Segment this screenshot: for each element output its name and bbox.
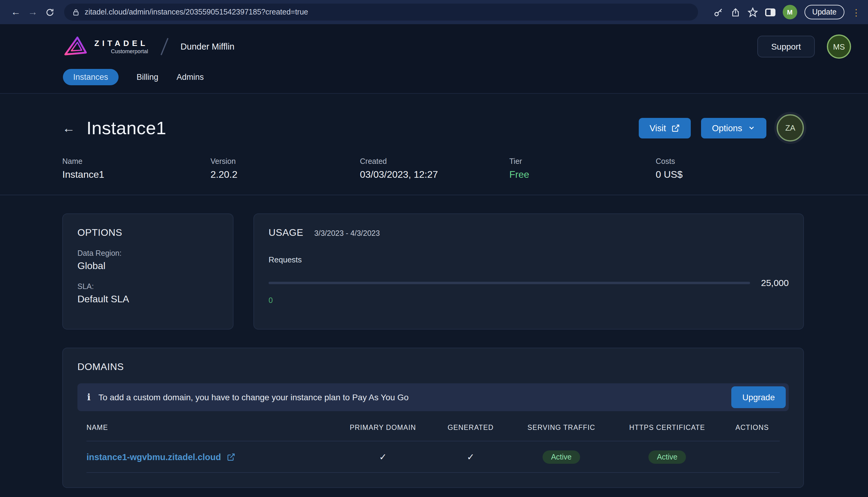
- bookmark-star-icon[interactable]: [747, 7, 758, 17]
- lock-icon: [73, 8, 79, 16]
- meta-tier: Tier Free: [509, 157, 656, 180]
- title-actions: Visit Options ZA: [639, 114, 804, 141]
- meta-name: Name Instance1: [62, 157, 210, 180]
- requests-label: Requests: [269, 255, 789, 264]
- password-key-icon[interactable]: [713, 7, 723, 17]
- browser-menu-icon[interactable]: ⋮: [852, 8, 861, 17]
- main-nav: Instances Billing Admins: [0, 63, 868, 93]
- usage-card: USAGE 3/3/2023 - 4/3/2023 Requests 25,00…: [253, 213, 804, 329]
- requests-current-value: 0: [269, 296, 789, 305]
- options-card-title: OPTIONS: [78, 227, 218, 238]
- header-actions: Support MS: [757, 34, 851, 59]
- visit-button-label: Visit: [650, 123, 666, 133]
- page-title: Instance1: [86, 118, 166, 138]
- sla-label: SLA:: [78, 282, 218, 291]
- options-button-label: Options: [712, 123, 742, 133]
- back-arrow-icon[interactable]: ←: [62, 120, 75, 135]
- data-region-label: Data Region:: [78, 249, 218, 258]
- reload-button[interactable]: [41, 4, 58, 20]
- reload-icon: [45, 8, 54, 17]
- meta-name-value: Instance1: [62, 169, 210, 180]
- meta-costs: Costs 0 US$: [656, 157, 804, 180]
- meta-tier-value: Free: [509, 169, 656, 180]
- main-content: ← Instance1 Visit Options ZA: [0, 114, 868, 180]
- col-serving-traffic: SERVING TRAFFIC: [513, 424, 610, 431]
- serving-traffic-badge: Active: [543, 450, 580, 464]
- https-certificate-badge: Active: [648, 450, 686, 464]
- header-top: ZITADEL Customerportal Dunder Mifflin Su…: [0, 30, 868, 63]
- usage-card-title: USAGE: [269, 227, 303, 238]
- requests-progress-bar: [269, 282, 750, 284]
- domain-link[interactable]: instance1-wgvbmu.zitadel.cloud: [86, 452, 221, 462]
- zitadel-logo[interactable]: ZITADEL Customerportal: [63, 36, 148, 57]
- back-button[interactable]: ←: [7, 4, 24, 20]
- meta-version-label: Version: [210, 157, 360, 166]
- meta-created: Created 03/03/2023, 12:27: [360, 157, 509, 180]
- instance-avatar[interactable]: ZA: [777, 114, 804, 141]
- col-generated: GENERATED: [428, 424, 513, 431]
- instance-meta: Name Instance1 Version 2.20.2 Created 03…: [62, 157, 804, 180]
- domains-table: NAME PRIMARY DOMAIN GENERATED SERVING TR…: [78, 414, 789, 473]
- brand-name: ZITADEL: [94, 39, 148, 48]
- org-name: Dunder Mifflin: [181, 42, 234, 52]
- meta-created-label: Created: [360, 157, 509, 166]
- sla-value: Default SLA: [78, 294, 218, 305]
- domains-card-title: DOMAINS: [78, 361, 789, 372]
- share-icon[interactable]: [730, 7, 740, 17]
- primary-domain-check-icon: ✓: [379, 451, 387, 462]
- col-primary-domain: PRIMARY DOMAIN: [337, 424, 428, 431]
- meta-created-value: 03/03/2023, 12:27: [360, 169, 509, 180]
- meta-costs-value: 0 US$: [656, 169, 804, 180]
- col-https-certificate: HTTPS CERTIFICATE: [610, 424, 725, 431]
- chevron-down-icon: [747, 124, 756, 132]
- breadcrumb-separator: [160, 38, 168, 55]
- user-avatar[interactable]: MS: [827, 34, 851, 59]
- forward-button[interactable]: →: [24, 4, 41, 20]
- visit-button[interactable]: Visit: [639, 118, 691, 138]
- meta-version: Version 2.20.2: [210, 157, 360, 180]
- upgrade-button[interactable]: Upgrade: [732, 386, 786, 408]
- external-link-icon: [671, 124, 680, 132]
- meta-costs-label: Costs: [656, 157, 804, 166]
- brand-subtitle: Customerportal: [111, 48, 148, 54]
- generated-check-icon: ✓: [467, 451, 474, 462]
- meta-version-value: 2.20.2: [210, 169, 360, 180]
- tab-admins[interactable]: Admins: [177, 73, 204, 82]
- meta-tier-label: Tier: [509, 157, 656, 166]
- domains-table-header: NAME PRIMARY DOMAIN GENERATED SERVING TR…: [86, 414, 780, 441]
- upgrade-banner: ℹ To add a custom domain, you have to ch…: [78, 383, 789, 411]
- col-name: NAME: [86, 424, 337, 431]
- options-button[interactable]: Options: [701, 118, 766, 138]
- url-text: zitadel.cloud/admin/instances/2035590515…: [85, 8, 308, 16]
- meta-name-label: Name: [62, 157, 210, 166]
- usage-period: 3/3/2023 - 4/3/2023: [314, 229, 380, 238]
- support-button[interactable]: Support: [757, 36, 815, 57]
- app-header: ZITADEL Customerportal Dunder Mifflin Su…: [0, 24, 868, 94]
- col-actions: ACTIONS: [725, 424, 780, 431]
- external-link-icon[interactable]: [227, 453, 236, 461]
- domains-card: DOMAINS ℹ To add a custom domain, you ha…: [62, 347, 804, 488]
- tab-instances[interactable]: Instances: [63, 69, 118, 85]
- cards-section: OPTIONS Data Region: Global SLA: Default…: [0, 213, 868, 488]
- tab-billing[interactable]: Billing: [137, 73, 158, 82]
- address-bar[interactable]: zitadel.cloud/admin/instances/2035590515…: [64, 4, 698, 20]
- chrome-update-button[interactable]: Update: [804, 5, 844, 19]
- info-icon: ℹ: [87, 392, 90, 403]
- browser-toolbar: ← → zitadel.cloud/admin/instances/203559…: [0, 0, 868, 24]
- browser-profile-avatar[interactable]: M: [782, 5, 797, 19]
- toolbar-actions: M Update ⋮: [713, 5, 861, 19]
- data-region-value: Global: [78, 260, 218, 271]
- upgrade-banner-text: To add a custom domain, you have to chan…: [98, 393, 409, 402]
- page-title-row: ← Instance1 Visit Options ZA: [62, 114, 804, 141]
- zitadel-triangle-icon: [63, 36, 88, 57]
- browser-window: ← → zitadel.cloud/admin/instances/203559…: [0, 0, 868, 497]
- options-card: OPTIONS Data Region: Global SLA: Default…: [62, 213, 234, 329]
- requests-max-value: 25,000: [761, 278, 789, 288]
- section-divider: [0, 195, 868, 195]
- side-panel-icon[interactable]: [765, 8, 775, 16]
- domain-table-row: instance1-wgvbmu.zitadel.cloud ✓ ✓ Activ…: [86, 441, 780, 473]
